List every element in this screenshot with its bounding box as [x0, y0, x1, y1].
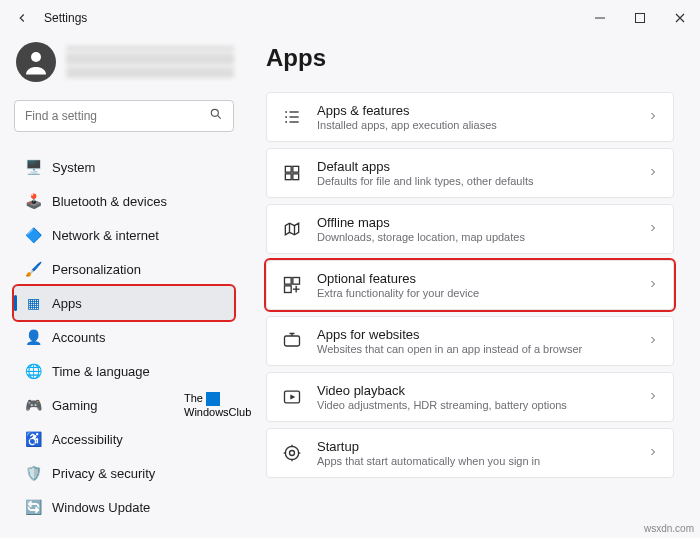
card-text: Apps & featuresInstalled apps, app execu… [317, 103, 633, 131]
card-icon [281, 218, 303, 240]
back-button[interactable] [10, 6, 34, 30]
svg-rect-12 [293, 166, 299, 172]
nav-icon: 🖌️ [24, 260, 42, 278]
nav-icon: 🔄 [24, 498, 42, 516]
card-subtitle: Websites that can open in an app instead… [317, 343, 633, 355]
svg-marker-24 [290, 395, 295, 400]
card-default-apps[interactable]: Default appsDefaults for file and link t… [266, 148, 674, 198]
sidebar-item-windows-update[interactable]: 🔄Windows Update [14, 490, 234, 524]
logo-square-icon [206, 392, 220, 406]
sidebar-item-accounts[interactable]: 👤Accounts [14, 320, 234, 354]
card-text: Default appsDefaults for file and link t… [317, 159, 633, 187]
sidebar: 🖥️System🕹️Bluetooth & devices🔷Network & … [0, 36, 248, 538]
nav-icon: 🕹️ [24, 192, 42, 210]
card-title: Default apps [317, 159, 633, 174]
card-icon [281, 274, 303, 296]
card-title: Apps & features [317, 103, 633, 118]
minimize-button[interactable] [580, 4, 620, 32]
card-text: Offline mapsDownloads, storage location,… [317, 215, 633, 243]
card-icon [281, 442, 303, 464]
search-icon [209, 107, 223, 125]
svg-rect-18 [293, 278, 300, 285]
card-subtitle: Installed apps, app execution aliases [317, 119, 633, 131]
nav-icon: 🎮 [24, 396, 42, 414]
sidebar-item-apps[interactable]: ▦Apps [14, 286, 234, 320]
corner-credit: wsxdn.com [644, 523, 694, 534]
svg-rect-13 [285, 174, 291, 180]
chevron-right-icon [647, 164, 659, 182]
card-apps-for-websites[interactable]: Apps for websitesWebsites that can open … [266, 316, 674, 366]
svg-rect-1 [636, 14, 645, 23]
nav-label: Gaming [52, 398, 98, 413]
card-subtitle: Downloads, storage location, map updates [317, 231, 633, 243]
close-button[interactable] [660, 4, 700, 32]
search-input[interactable] [25, 109, 209, 123]
nav-label: System [52, 160, 95, 175]
nav-icon: 🌐 [24, 362, 42, 380]
window-title: Settings [44, 11, 87, 25]
card-title: Optional features [317, 271, 633, 286]
card-icon [281, 330, 303, 352]
card-title: Offline maps [317, 215, 633, 230]
nav-icon: ♿ [24, 430, 42, 448]
sidebar-item-time-language[interactable]: 🌐Time & language [14, 354, 234, 388]
chevron-right-icon [647, 220, 659, 238]
sidebar-item-network-internet[interactable]: 🔷Network & internet [14, 218, 234, 252]
card-icon [281, 386, 303, 408]
title-bar: Settings [0, 0, 700, 36]
nav-label: Apps [52, 296, 82, 311]
nav-label: Privacy & security [52, 466, 155, 481]
chevron-right-icon [647, 388, 659, 406]
watermark: The WindowsClub [184, 392, 251, 419]
svg-point-25 [285, 446, 298, 459]
svg-line-4 [217, 115, 220, 118]
card-text: Optional featuresExtra functionality for… [317, 271, 633, 299]
chevron-right-icon [647, 276, 659, 294]
avatar [16, 42, 56, 82]
nav-label: Bluetooth & devices [52, 194, 167, 209]
svg-rect-17 [285, 278, 292, 285]
nav-icon: 🖥️ [24, 158, 42, 176]
nav-list: 🖥️System🕹️Bluetooth & devices🔷Network & … [14, 150, 234, 524]
chevron-right-icon [647, 108, 659, 126]
card-title: Apps for websites [317, 327, 633, 342]
card-subtitle: Defaults for file and link types, other … [317, 175, 633, 187]
card-offline-maps[interactable]: Offline mapsDownloads, storage location,… [266, 204, 674, 254]
page-title: Apps [266, 44, 674, 72]
nav-label: Personalization [52, 262, 141, 277]
card-video-playback[interactable]: Video playbackVideo adjustments, HDR str… [266, 372, 674, 422]
profile-name-blurred [66, 46, 234, 78]
card-text: Video playbackVideo adjustments, HDR str… [317, 383, 633, 411]
sidebar-item-bluetooth-devices[interactable]: 🕹️Bluetooth & devices [14, 184, 234, 218]
nav-icon: 🛡️ [24, 464, 42, 482]
nav-icon: 🔷 [24, 226, 42, 244]
search-box[interactable] [14, 100, 234, 132]
nav-label: Windows Update [52, 500, 150, 515]
nav-icon: 👤 [24, 328, 42, 346]
card-text: StartupApps that start automatically whe… [317, 439, 633, 467]
sidebar-item-privacy-security[interactable]: 🛡️Privacy & security [14, 456, 234, 490]
card-title: Startup [317, 439, 633, 454]
svg-rect-19 [285, 286, 292, 293]
sidebar-item-personalization[interactable]: 🖌️Personalization [14, 252, 234, 286]
nav-label: Time & language [52, 364, 150, 379]
window-controls [580, 4, 700, 32]
card-subtitle: Apps that start automatically when you s… [317, 455, 633, 467]
card-startup[interactable]: StartupApps that start automatically whe… [266, 428, 674, 478]
nav-icon: ▦ [24, 294, 42, 312]
sidebar-item-accessibility[interactable]: ♿Accessibility [14, 422, 234, 456]
nav-label: Network & internet [52, 228, 159, 243]
maximize-button[interactable] [620, 4, 660, 32]
svg-rect-14 [293, 174, 299, 180]
card-icon [281, 106, 303, 128]
profile-section[interactable] [14, 42, 234, 82]
chevron-right-icon [647, 444, 659, 462]
sidebar-item-system[interactable]: 🖥️System [14, 150, 234, 184]
nav-label: Accessibility [52, 432, 123, 447]
svg-rect-22 [285, 336, 300, 346]
main-content: Apps Apps & featuresInstalled apps, app … [248, 36, 700, 538]
nav-label: Accounts [52, 330, 105, 345]
card-apps-features[interactable]: Apps & featuresInstalled apps, app execu… [266, 92, 674, 142]
card-optional-features[interactable]: Optional featuresExtra functionality for… [266, 260, 674, 310]
svg-point-3 [211, 109, 218, 116]
